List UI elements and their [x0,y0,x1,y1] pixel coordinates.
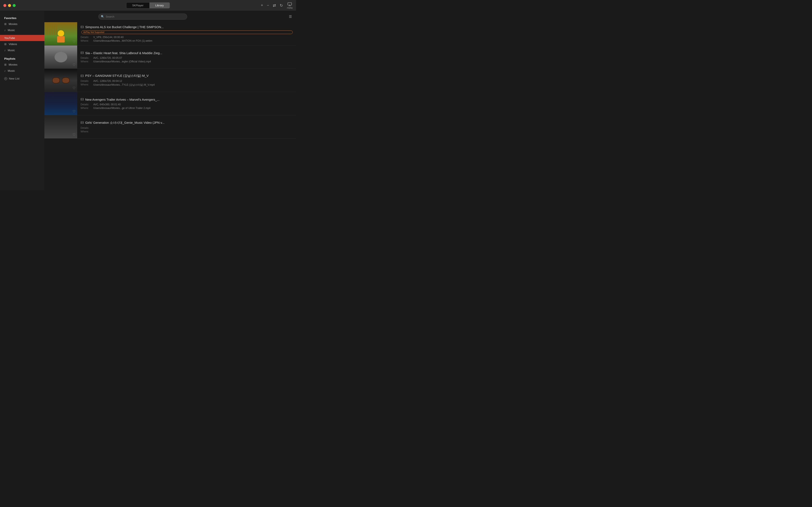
favorite-button-avengers[interactable]: ♡ [72,109,75,113]
film-icon: 🎞 [80,25,83,29]
sidebar-item-label: Music [8,29,15,32]
where-label: Where: [80,39,91,42]
playlists-header: Playlists [0,55,45,62]
video-info-psy: 🎞 PSY – GANGNAM STYLE (강남스타일) M_V Detail… [77,69,296,92]
details-value: AVC, 640x360, 00:01:40 [93,103,121,106]
where-value: /Users/dinosaur/Movies...MATION on FOX (… [93,39,152,42]
tab-library[interactable]: Library [149,3,170,8]
favorite-button-simpsons[interactable]: ♡ [72,40,75,44]
video-info-sia: 🎞 Sia – Elastic Heart feat. Shia LaBeouf… [77,46,296,68]
details-value: AVC, 1280x720, 00:05:07 [93,56,122,59]
video-meta: Details: Where: [80,126,293,133]
details-label: Details: [80,79,91,82]
content-toolbar: 🔍 ☰ [45,11,296,22]
titlebar: 5KPlayer Library + − ⇄ ↻ Airplay [0,0,296,11]
youtube-label: YouTube [4,36,15,40]
video-meta: Details: AVC, 1280x720, 00:04:12 Where: … [80,79,293,87]
sidebar-item-pl-movies[interactable]: ⊞ Movies [0,62,45,68]
details-value: V_VP9, 256x144, 00:00:40 [93,36,123,39]
music-icon: ♪ [4,29,6,32]
video-meta: Details: V_VP9, 256x144, 00:00:40 Where:… [80,36,293,42]
maximize-button[interactable] [13,4,16,7]
new-list-label: New List [9,77,19,80]
airplay-button[interactable]: Airplay [287,2,293,9]
favorite-button-girls-gen[interactable]: ♡ [72,133,75,136]
new-list-button[interactable]: + New List [0,75,45,81]
details-label: Details: [80,36,91,39]
grid-icon: ⊞ [4,22,7,25]
where-label: Where: [80,83,91,87]
view-toggle-icon[interactable]: ☰ [289,15,292,19]
sidebar-item-fav-music[interactable]: ♪ Music [0,27,45,33]
plus-icon: + [4,77,7,80]
tab-group: 5KPlayer Library [126,2,170,8]
music-icon-yt: ♪ [4,49,6,52]
video-meta: Details: AVC, 640x360, 00:01:40 Where: /… [80,103,293,110]
video-title: Simpsons ALS Ice Bucket Challenge | THE … [85,25,164,29]
film-icon: 🎞 [80,98,83,101]
favorite-button-sia[interactable]: ♡ [72,63,75,67]
where-label: Where: [80,60,91,63]
thumbnail-psy: ♡ [45,69,77,92]
sidebar-item-fav-movies[interactable]: ⊞ Movies [0,21,45,27]
thumbnail-avengers: ♡ [45,92,77,115]
content-area: 🔍 ☰ [45,11,296,190]
sidebar-item-youtube[interactable]: YouTube [0,35,45,41]
table-row[interactable]: ♡ 🎞 PSY – GANGNAM STYLE (강남스타일) M_V Deta… [45,69,296,92]
where-label: Where: [80,130,91,133]
film-icon: 🎞 [80,121,83,124]
remove-icon[interactable]: − [267,3,269,8]
video-info-simpsons: 🎞 Simpsons ALS Ice Bucket Challenge | TH… [77,22,296,45]
favorites-header: Favorites [0,14,45,21]
sidebar-item-pl-music[interactable]: ♪ Music [0,68,45,74]
table-row[interactable]: ♡ 🎞 Simpsons ALS Ice Bucket Challenge | … [45,22,296,46]
where-value: /Users/dinosaur/Movies...TYLE (강남스타일) M_… [93,83,154,87]
music-icon-pl: ♪ [4,69,6,72]
main-layout: Favorites ⊞ Movies ♪ Music YouTube ⊞ Vid… [0,11,296,190]
video-title: Girls' Generation 소녀시대_Genie_Music Video… [85,121,165,125]
search-input[interactable] [98,13,187,20]
details-value: AVC, 1280x720, 00:04:12 [93,79,122,82]
refresh-icon[interactable]: ↻ [280,3,283,8]
where-value: /Users/dinosaur/Movies...iegler (Officia… [93,60,151,63]
details-label: Details: [80,126,91,129]
tab-5kplayer[interactable]: 5KPlayer [126,3,149,8]
sidebar-item-yt-music[interactable]: ♪ Music [0,47,45,53]
shuffle-icon[interactable]: ⇄ [273,3,276,8]
sidebar-item-label: Videos [9,43,17,46]
where-label: Where: [80,107,91,110]
video-list: ♡ 🎞 Simpsons ALS Ice Bucket Challenge | … [45,22,296,190]
where-value: /Users/dinosaur/Movies...ge of Ultron Tr… [93,107,150,110]
film-icon: 🎞 [80,51,83,55]
video-meta: Details: AVC, 1280x720, 00:05:07 Where: … [80,56,293,63]
sidebar-item-label: Movies [9,63,17,66]
sidebar-item-label: Music [8,69,15,72]
video-info-avengers: 🎞 New Avengers Trailer Arrives – Marvel'… [77,92,296,115]
search-bar: 🔍 [98,13,187,20]
video-info-girls-gen: 🎞 Girls' Generation 소녀시대_Genie_Music Vid… [77,115,296,138]
minimize-button[interactable] [8,4,11,7]
film-icon: 🎞 [80,74,83,77]
thumbnail-simpsons: ♡ [45,22,77,45]
thumbnail-girls-gen: ♡ [45,115,77,138]
sidebar-item-label: Movies [9,22,17,25]
table-row[interactable]: ♡ 🎞 Girls' Generation 소녀시대_Genie_Music V… [45,115,296,138]
grid-icon-yt: ⊞ [4,43,7,46]
details-label: Details: [80,56,91,59]
airplay-label: Airplay [287,7,293,9]
table-row[interactable]: ♡ 🎞 New Avengers Trailer Arrives – Marve… [45,92,296,115]
sidebar: Favorites ⊞ Movies ♪ Music YouTube ⊞ Vid… [0,11,45,190]
add-icon[interactable]: + [261,3,263,8]
sidebar-item-label: Music [8,49,15,52]
close-button[interactable] [3,4,6,7]
thumbnail-sia: ♡ [45,46,77,68]
titlebar-actions: + − ⇄ ↻ Airplay [261,2,293,9]
sidebar-item-yt-videos[interactable]: ⊞ Videos [0,41,45,47]
search-icon: 🔍 [101,15,104,18]
airplay-badge: AirPlay Not Supported [81,31,293,34]
svg-marker-0 [289,5,291,6]
table-row[interactable]: ♡ 🎞 Sia – Elastic Heart feat. Shia LaBeo… [45,46,296,69]
favorite-button-psy[interactable]: ♡ [72,86,75,90]
video-title: New Avengers Trailer Arrives – Marvel's … [85,98,160,101]
grid-icon-pl: ⊞ [4,63,7,66]
